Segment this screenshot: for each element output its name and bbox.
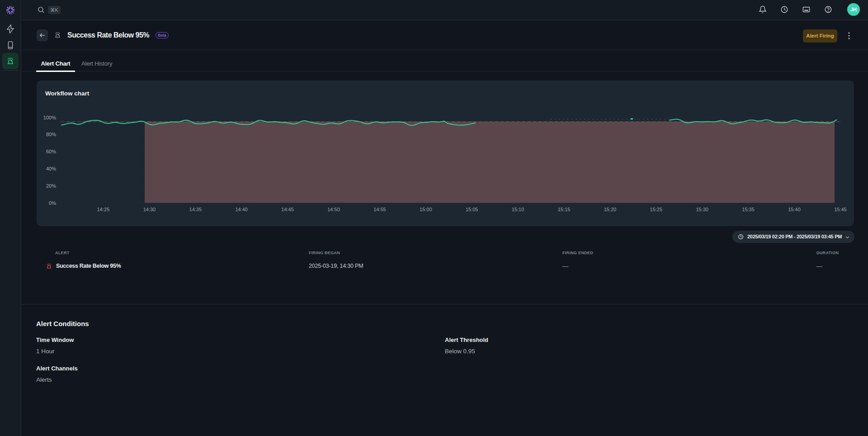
svg-text:0%: 0% bbox=[49, 200, 56, 206]
svg-text:15:40: 15:40 bbox=[788, 207, 801, 212]
svg-text:15:15: 15:15 bbox=[558, 207, 571, 212]
svg-text:15:30: 15:30 bbox=[696, 207, 708, 212]
svg-text:14:55: 14:55 bbox=[373, 207, 386, 212]
svg-text:14:50: 14:50 bbox=[327, 207, 340, 212]
svg-text:100%: 100% bbox=[43, 115, 56, 120]
svg-text:14:40: 14:40 bbox=[235, 207, 248, 212]
svg-text:15:25: 15:25 bbox=[650, 207, 663, 212]
svg-text:15:20: 15:20 bbox=[604, 207, 617, 212]
svg-text:15:35: 15:35 bbox=[742, 207, 755, 212]
svg-text:80%: 80% bbox=[46, 132, 56, 137]
svg-text:14:45: 14:45 bbox=[281, 207, 294, 212]
svg-text:14:25: 14:25 bbox=[97, 207, 110, 212]
svg-text:60%: 60% bbox=[46, 149, 56, 154]
svg-text:40%: 40% bbox=[46, 166, 56, 171]
svg-text:15:05: 15:05 bbox=[466, 207, 478, 212]
svg-text:15:10: 15:10 bbox=[512, 207, 524, 212]
svg-text:20%: 20% bbox=[46, 183, 56, 189]
svg-text:15:45: 15:45 bbox=[834, 207, 847, 212]
svg-text:14:30: 14:30 bbox=[143, 207, 156, 212]
svg-text:15:00: 15:00 bbox=[420, 207, 432, 212]
svg-text:14:35: 14:35 bbox=[189, 207, 202, 212]
